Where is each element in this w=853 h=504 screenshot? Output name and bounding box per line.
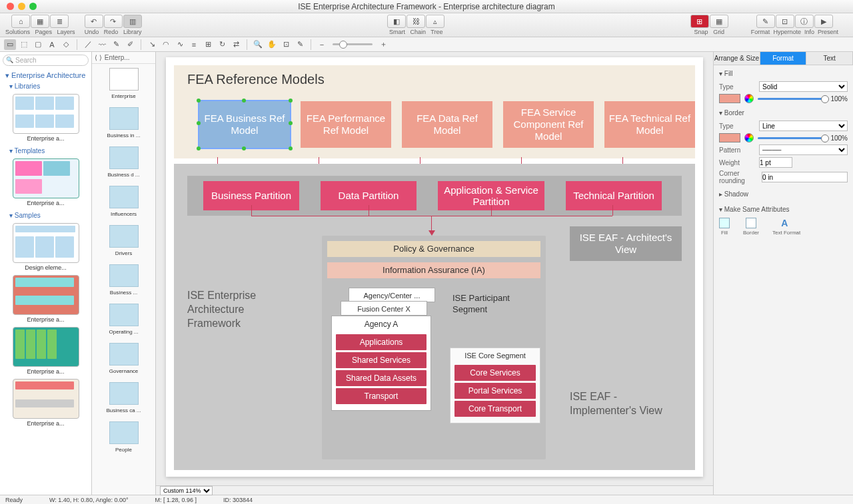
sample-thumb[interactable]: Design eleme... [3,223,89,271]
core-segment-column[interactable]: ISE Core Segment Core Services Portal Se… [450,348,540,423]
present-button[interactable]: ▶ [814,15,833,28]
fill-type-select[interactable]: Solid [759,81,848,92]
tree-templates[interactable]: ▾ Templates [3,146,89,156]
color-wheel-icon[interactable] [744,94,754,103]
pen-tool-icon[interactable]: ✎ [110,39,122,50]
align-tool-icon[interactable]: ≡ [188,39,200,50]
stencil-item[interactable]: Business ca ... [92,378,155,417]
zoom-window-button[interactable] [29,3,37,10]
tree-button[interactable]: ▵ [426,15,444,28]
pages-button[interactable]: ▦ [31,15,49,28]
smart-button[interactable]: ◧ [387,15,406,28]
library-button[interactable]: ▥ [123,15,142,28]
tab-text[interactable]: Text [806,52,853,65]
connector-tool-icon[interactable]: ↘ [146,39,158,50]
sample-thumb[interactable]: Enterprise a... [3,327,89,375]
core-services-box[interactable]: Core Services [454,365,536,381]
tab-format[interactable]: Format [760,52,807,65]
zoom-select[interactable]: Custom 114% [160,486,213,495]
stencil-item[interactable]: Business in ... [92,103,155,142]
border-opacity-slider[interactable] [758,137,826,139]
eyedropper-tool-icon[interactable]: ✐ [124,39,136,50]
info-assurance-box[interactable]: Information Assurance (IA) [327,262,540,278]
grid-button[interactable]: ▦ [710,15,728,28]
select-tool-icon[interactable]: ⬚ [18,39,30,50]
border-section[interactable]: ▾ Border [719,107,848,119]
border-color-swatch[interactable] [719,133,740,142]
policy-box[interactable]: Policy & Governance [327,241,540,257]
shared-services-box[interactable]: Shared Services [336,352,426,368]
pointer-tool-icon[interactable]: ▭ [4,39,16,50]
zoom-in-icon[interactable]: ＋ [377,39,389,50]
hypernote-button[interactable]: ⊡ [776,15,794,28]
drawing-canvas[interactable]: FEA Reference Models FEA Business Ref Mo… [166,57,703,477]
transport-box[interactable]: Transport [336,388,426,404]
stencil-item[interactable]: People [92,417,155,457]
chain-button[interactable]: ⛓ [407,15,425,28]
sample-thumb[interactable]: Enterprise a... [3,275,89,323]
line-tool-icon[interactable]: ／ [82,39,94,50]
minimize-window-button[interactable] [18,3,25,10]
fill-opacity-slider[interactable] [758,98,826,100]
rect-tool-icon[interactable]: ▢ [32,39,44,50]
hand-tool-icon[interactable]: ✋ [266,39,278,50]
library-thumb[interactable]: Enterprise a... [3,94,89,142]
stencil-item[interactable]: Operating ... [92,300,155,339]
border-type-select[interactable]: Line [759,121,848,131]
canvas-scroll[interactable]: FEA Reference Models FEA Business Ref Mo… [156,52,713,485]
arc-tool-icon[interactable]: ◠ [160,39,172,50]
distribute-tool-icon[interactable]: ⊞ [202,39,214,50]
portal-services-box[interactable]: Portal Services [454,383,536,399]
fusion-center-card[interactable]: Fusion Center X [341,301,427,316]
stencil-item[interactable]: Enterprise [92,64,155,103]
sample-thumb[interactable]: Enterprise a... [3,379,89,427]
tree-samples[interactable]: ▾ Samples [3,210,89,220]
close-window-button[interactable] [7,3,14,10]
fea-performance-box[interactable]: FEA Performance Ref Model [301,101,391,148]
shadow-section[interactable]: ▸ Shadow [719,188,848,200]
shared-data-box[interactable]: Shared Data Assets [336,370,426,386]
fea-technical-box[interactable]: FEA Technical Ref Model [604,101,695,148]
fea-data-box[interactable]: FEA Data Ref Model [402,101,492,148]
eraser-tool-icon[interactable]: ✎ [294,39,306,50]
stencil-item[interactable]: Influencers [92,182,155,221]
applications-box[interactable]: Applications [336,334,426,350]
undo-button[interactable]: ↶ [85,15,103,28]
agency-a-column[interactable]: Agency A Applications Shared Services Sh… [331,316,431,411]
color-wheel-icon[interactable] [744,133,754,142]
zoom-slider[interactable] [333,43,373,45]
stencil-item[interactable]: Business ... [92,260,155,300]
crop-tool-icon[interactable]: ⊡ [280,39,292,50]
rounding-input[interactable] [762,172,848,182]
stencil-item[interactable]: Governance [92,339,155,378]
spline-tool-icon[interactable]: ∿ [174,39,186,50]
solutions-button[interactable]: ⌂ [11,15,30,28]
technical-partition[interactable]: Technical Partition [566,181,662,210]
text-tool-icon[interactable]: A [46,39,58,50]
layers-button[interactable]: ≣ [50,15,69,28]
tree-root[interactable]: ▾ Enterprise Architecture [3,70,89,81]
same-border-button[interactable]: Border [743,218,759,236]
stencil-item[interactable]: Business d ... [92,142,155,182]
weight-input[interactable] [759,157,792,168]
zoom-out-icon[interactable]: − [316,39,328,50]
architects-view-box[interactable]: ISE EAF - Architect's View [570,226,682,261]
stencil-item[interactable]: Drivers [92,221,155,260]
shape-tool-icon[interactable]: ◇ [60,39,72,50]
rotate-tool-icon[interactable]: ↻ [216,39,228,50]
redo-button[interactable]: ↷ [104,15,123,28]
curve-tool-icon[interactable]: 〰 [96,39,108,50]
same-text-button[interactable]: AText Format [772,218,800,236]
tree-libraries[interactable]: ▾ Libraries [3,81,89,91]
fea-business-box[interactable]: FEA Business Ref Model [199,101,290,148]
core-transport-box[interactable]: Core Transport [454,401,536,417]
agency-center-card[interactable]: Agency/Center ... [349,288,435,302]
same-fill-button[interactable]: Fill [719,218,730,236]
format-button[interactable]: ✎ [756,15,775,28]
fea-service-box[interactable]: FEA Service Component Ref Model [503,101,594,148]
tab-arrange[interactable]: Arrange & Size [714,52,760,65]
info-button[interactable]: ⓘ [795,15,814,28]
template-thumb[interactable]: Enterprise a... [3,158,89,206]
snap-button[interactable]: ⊞ [690,15,709,28]
fill-color-swatch[interactable] [719,94,740,103]
